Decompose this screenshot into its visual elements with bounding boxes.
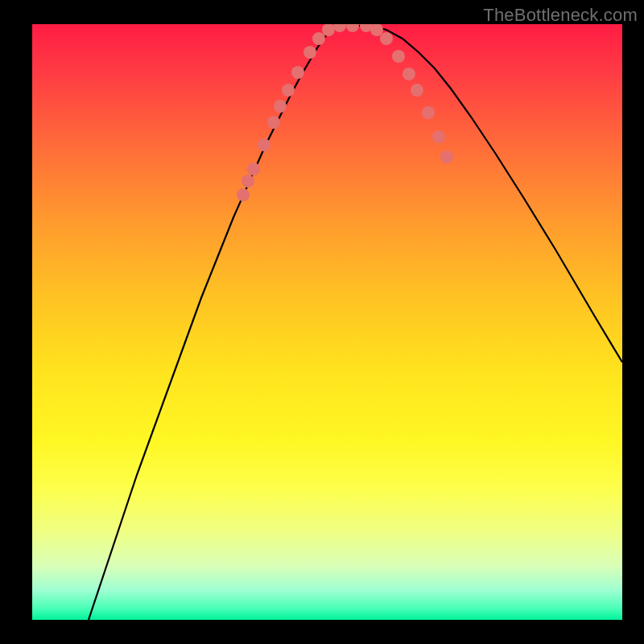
curve-marker xyxy=(402,68,415,80)
curve-marker xyxy=(312,32,325,45)
curve-marker xyxy=(282,84,295,97)
chart-frame: TheBottleneck.com xyxy=(0,0,644,644)
curve-line xyxy=(89,26,622,620)
curve-marker xyxy=(247,163,260,175)
curve-marker xyxy=(422,106,435,119)
curve-marker xyxy=(258,138,270,151)
curve-markers xyxy=(237,24,453,201)
curve-marker xyxy=(333,24,346,32)
curve-marker xyxy=(322,24,335,36)
curve-marker xyxy=(346,24,359,32)
curve-marker xyxy=(392,50,405,63)
curve-marker xyxy=(274,100,287,113)
curve-marker xyxy=(432,130,445,143)
curve-marker xyxy=(237,188,250,201)
curve-marker xyxy=(291,66,304,79)
curve-marker xyxy=(303,46,316,59)
bottleneck-curve xyxy=(32,24,622,620)
curve-marker xyxy=(440,151,453,163)
watermark-text: TheBottleneck.com xyxy=(483,5,638,26)
curve-marker xyxy=(370,24,383,36)
curve-marker xyxy=(411,84,423,97)
curve-marker xyxy=(242,175,254,188)
curve-marker xyxy=(267,116,280,129)
plot-area xyxy=(32,24,622,620)
curve-marker xyxy=(380,32,393,45)
